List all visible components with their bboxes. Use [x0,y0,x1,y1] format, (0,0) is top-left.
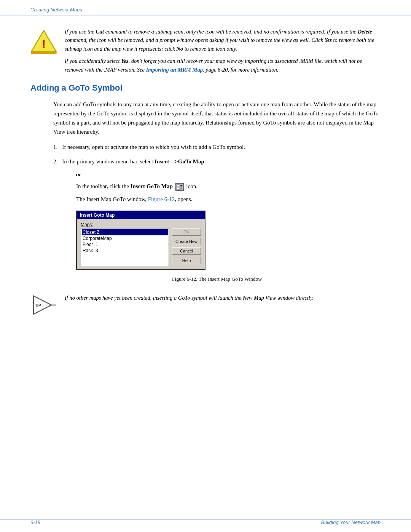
insert-goto-map-icon [175,183,184,191]
dialog-left: Maps: Closet Z CorporateMap Floor_1 Rack… [81,222,169,266]
list-num-1: 1. [53,142,57,152]
caution-cut-bold: Cut [96,29,104,35]
step2-bold: Insert—>GoTo Map [155,158,204,165]
toolbar-line: In the toolbar, click the Insert GoTo Ma… [76,182,381,191]
caution-p1-mid1: command to remove a submap icon, only th… [104,29,358,35]
caution-p2-prefix: If you accidentally select [65,58,121,64]
section-heading: Adding a GoTo Symbol [30,83,381,93]
list-content-2: In the primary window menu bar, select I… [62,157,381,166]
caution-text: If you use the Cut command to remove a s… [65,27,381,74]
tip-icon: TIP [30,294,57,317]
svg-text:CAUTION: CAUTION [36,53,52,54]
caution-p1-mid2: command, the icon will be removed, and a… [65,37,325,43]
dialog-help-button[interactable]: Help [172,257,201,264]
dialog-body: Maps: Closet Z CorporateMap Floor_1 Rack… [77,219,205,269]
svg-rect-5 [177,185,180,187]
page-header: Creating Network Maps [0,0,411,16]
svg-text:!: ! [42,38,46,50]
opens-suffix: , opens. [175,196,192,202]
dialog-maps-label: Maps: [81,222,169,227]
opens-line: The Insert Map GoTo window, Figure 6-12,… [76,195,381,204]
caution-triangle-svg: ! CAUTION [30,29,57,54]
list-item-closetz[interactable]: Closet Z [82,229,168,235]
step2-prefix: In the primary window menu bar, select [62,158,155,165]
toolbar-bold: Insert GoTo Map [131,183,173,189]
caution-yes-bold: Yes [325,37,332,43]
list-item-floor1[interactable]: Floor_1 [82,241,168,248]
or-label: or [76,171,381,178]
list-item-rack3[interactable]: Rack_3 [82,248,168,254]
list-item-corporatemap[interactable]: CorporateMap [82,235,168,241]
caution-no-bold: No [176,46,183,52]
dialog-ok-button[interactable]: OK [172,228,201,236]
caution-block: ! CAUTION If you use the Cut command to … [30,27,381,74]
footer-title: Building Your Network Map [321,519,381,525]
header-title: Creating Network Maps [30,7,82,13]
list-item-1: 1. If necessary, open or activate the ma… [53,142,381,152]
list-num-2: 2. [53,157,57,166]
caution-p1-suffix: to remove the icon only. [183,46,237,52]
toolbar-suffix: icon. [186,183,198,189]
footer-page-number: 6-18 [30,519,40,525]
caution-icon: ! CAUTION [30,29,57,54]
step2-suffix: . [204,158,206,165]
caution-link[interactable]: Importing an MRM Map [146,67,202,73]
svg-text:TIP: TIP [35,304,41,308]
tip-block: TIP If no other maps have yet been creat… [30,294,381,317]
dialog-titlebar: Insert Goto Map [77,211,205,219]
figure-caption: Figure 6-12. The Insert Map GoTo Window [53,276,381,282]
dialog-window: Insert Goto Map Maps: Closet Z Corporate… [76,211,206,270]
caution-link-suffix: , page 6-20, for more information. [203,67,278,73]
dialog-cancel-button[interactable]: Cancel [172,247,201,255]
dialog-buttons: OK Create New Cancel Help [172,228,201,266]
tip-arrow-svg: TIP [30,294,57,317]
numbered-list: 1. If necessary, open or activate the ma… [53,142,381,166]
content-area: ! CAUTION If you use the Cut command to … [0,16,411,340]
list-item-2: 2. In the primary window menu bar, selec… [53,157,381,166]
body-text-content: You can add GoTo symbols to any map at a… [53,101,379,135]
tip-text: If no other maps have yet been created, … [65,294,381,302]
page-container: Creating Network Maps ! CAUTION If yo [0,0,411,532]
caution-p1-prefix: If you use the [65,29,96,35]
caution-yes2-bold: Yes [121,58,128,64]
caution-delete-bold: Delete [358,29,372,35]
toolbar-prefix: In the toolbar, click the [76,183,131,189]
page-footer: 6-18 Building Your Network Map [0,519,411,525]
svg-rect-6 [177,187,180,189]
list-content-1: If necessary, open or activate the map t… [62,142,381,152]
dialog-container: Insert Goto Map Maps: Closet Z Corporate… [76,211,381,270]
opens-prefix: The Insert Map GoTo window, [76,196,148,202]
figure-link[interactable]: Figure 6-12 [148,196,175,202]
dialog-listbox[interactable]: Closet Z CorporateMap Floor_1 Rack_3 [81,228,169,266]
body-paragraph: You can add GoTo symbols to any map at a… [53,100,381,136]
dialog-create-new-button[interactable]: Create New [172,238,201,245]
